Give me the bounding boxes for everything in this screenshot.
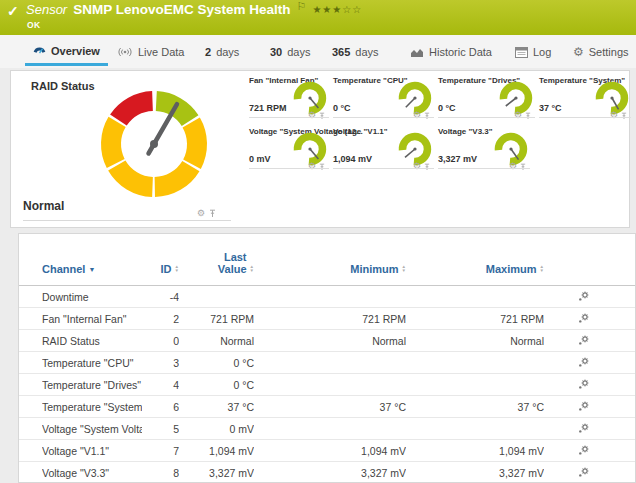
column-header-minimum[interactable]: Minimum▲▼ — [254, 263, 406, 275]
cell-last-value: 0 °C — [179, 379, 254, 391]
channels-table: Channel▼ ID▲▼ Last Value▲▼ Minimum▲▼ Max… — [18, 233, 636, 483]
mini-gauge-panel[interactable]: Temperature "Drives" 0 °C ⚙ — [438, 76, 535, 118]
channel-settings-button[interactable] — [544, 445, 604, 456]
mini-gauge-value: 0 °C — [438, 103, 456, 113]
cell-minimum: Normal — [254, 335, 406, 347]
tab-overview[interactable]: Overview — [25, 38, 108, 66]
channel-settings-button[interactable] — [544, 379, 604, 390]
mini-gauge-title: Voltage "V3.3" — [438, 127, 493, 136]
mini-gauge-panel[interactable]: Voltage "System Voltage (12... 0 mV ⚙ — [249, 127, 329, 169]
pin-icon[interactable] — [209, 204, 216, 222]
table-row: Temperature "Drives" 4 0 °C — [19, 374, 635, 396]
cell-id: 3 — [142, 357, 179, 369]
gauge-settings-icon[interactable]: ⚙ — [610, 111, 618, 120]
channel-settings-button[interactable] — [544, 423, 604, 434]
pin-icon[interactable] — [319, 106, 325, 124]
priority-stars[interactable]: ★★★☆☆ — [312, 4, 362, 15]
table-row: Temperature "System" 6 37 °C 37 °C 37 °C — [19, 396, 635, 418]
raid-gauge-title: RAID Status — [31, 80, 95, 92]
gauge-settings-icon[interactable]: ⚙ — [308, 111, 316, 120]
cell-channel: Downtime — [42, 291, 142, 303]
column-header-channel[interactable]: Channel▼ — [42, 263, 142, 275]
pin-icon[interactable] — [520, 157, 526, 175]
column-header-maximum[interactable]: Maximum▲▼ — [406, 263, 544, 275]
sort-icon: ▲▼ — [402, 265, 406, 273]
divider — [333, 168, 434, 169]
cell-minimum: 1,094 mV — [254, 445, 406, 457]
pin-icon[interactable] — [424, 106, 430, 124]
column-header-id[interactable]: ID▲▼ — [142, 263, 179, 275]
ok-check-icon: ✓ — [7, 3, 19, 19]
mini-gauge-value: 37 °C — [539, 103, 562, 113]
tab-historic-data[interactable]: Historic Data — [410, 38, 492, 66]
mini-gauge-title: Voltage "V1.1" — [333, 127, 388, 136]
divider — [249, 168, 329, 169]
mini-gauge-value: 1,094 mV — [333, 154, 372, 164]
tab-live-data[interactable]: Live Data — [117, 38, 184, 66]
tab-365-days[interactable]: 365 days — [332, 38, 379, 66]
tab-2-days[interactable]: 2 days — [205, 38, 239, 66]
mini-gauge-value: 0 °C — [333, 103, 351, 113]
gauge-settings-icon[interactable]: ⚙ — [413, 162, 421, 171]
mini-gauge-panel[interactable]: Temperature "System" 37 °C ⚙ — [539, 76, 631, 118]
cell-last-value: 3,327 mV — [179, 467, 254, 479]
cell-channel: RAID Status — [42, 335, 142, 347]
divider — [539, 117, 631, 118]
cell-channel: Temperature "CPU" — [42, 357, 142, 369]
cell-last-value: 1,094 mV — [179, 445, 254, 457]
status-badge: OK — [27, 20, 41, 30]
tab-log[interactable]: Log — [515, 38, 551, 66]
channel-settings-button[interactable] — [544, 401, 604, 412]
mini-gauge-value: 721 RPM — [249, 103, 287, 113]
tab-30-days[interactable]: 30 days — [270, 38, 311, 66]
mini-gauge-panel[interactable]: Temperature "CPU" 0 °C ⚙ — [333, 76, 434, 118]
cell-last-value: 37 °C — [179, 401, 254, 413]
mini-gauge-panel[interactable]: Voltage "V3.3" 3,327 mV ⚙ — [438, 127, 530, 169]
table-row: Voltage "V1.1" 7 1,094 mV 1,094 mV 1,094… — [19, 440, 635, 462]
gauge-settings-icon[interactable]: ⚙ — [308, 162, 316, 171]
pin-icon[interactable] — [319, 157, 325, 175]
cell-channel: Voltage "V1.1" — [42, 445, 142, 457]
pin-icon[interactable] — [525, 106, 531, 124]
tab-settings[interactable]: ⚙ Settings — [573, 38, 629, 66]
divider — [333, 117, 434, 118]
column-header-last-value[interactable]: Last Value▲▼ — [179, 251, 254, 275]
cell-channel: Fan "Internal Fan" — [42, 313, 142, 325]
gauge-settings-icon[interactable]: ⚙ — [514, 111, 522, 120]
cell-last-value: 0 °C — [179, 357, 254, 369]
pin-icon[interactable] — [621, 106, 627, 124]
channel-settings-button[interactable] — [544, 357, 604, 368]
table-row: Voltage "V3.3" 8 3,327 mV 3,327 mV 3,327… — [19, 462, 635, 483]
raid-gauge[interactable] — [94, 84, 214, 204]
mini-gauge-value: 3,327 mV — [438, 154, 477, 164]
sensor-kind-label: Sensor — [26, 2, 67, 17]
cell-maximum: 1,094 mV — [406, 445, 544, 457]
channel-settings-button[interactable] — [544, 291, 604, 302]
cell-channel: Voltage "System Voltage (... — [42, 423, 142, 435]
flag-icon[interactable]: ⚐ — [297, 0, 307, 13]
sort-icon: ▲▼ — [175, 265, 179, 273]
mini-gauge-panel[interactable]: Fan "Internal Fan" 721 RPM ⚙ — [249, 76, 329, 118]
divider — [438, 168, 530, 169]
gauge-settings-icon[interactable]: ⚙ — [413, 111, 421, 120]
cell-maximum: 721 RPM — [406, 313, 544, 325]
page-title: SNMP LenovoEMC System Health — [73, 2, 290, 17]
pin-icon[interactable] — [424, 157, 430, 175]
table-header: Channel▼ ID▲▼ Last Value▲▼ Minimum▲▼ Max… — [19, 234, 635, 286]
table-row: RAID Status 0 Normal Normal Normal — [19, 330, 635, 352]
divider — [249, 117, 329, 118]
gauge-settings-icon[interactable]: ⚙ — [197, 209, 205, 218]
cell-id: 4 — [142, 379, 179, 391]
cell-maximum: Normal — [406, 335, 544, 347]
cell-minimum: 37 °C — [254, 401, 406, 413]
cell-id: 6 — [142, 401, 179, 413]
mini-gauge-panel[interactable]: Voltage "V1.1" 1,094 mV ⚙ — [333, 127, 434, 169]
table-row: Downtime -4 — [19, 286, 635, 308]
channel-settings-button[interactable] — [544, 313, 604, 324]
cell-minimum: 721 RPM — [254, 313, 406, 325]
cell-id: 2 — [142, 313, 179, 325]
gauge-settings-icon[interactable]: ⚙ — [509, 162, 517, 171]
channel-settings-button[interactable] — [544, 467, 604, 478]
channel-settings-button[interactable] — [544, 335, 604, 346]
table-row: Fan "Internal Fan" 2 721 RPM 721 RPM 721… — [19, 308, 635, 330]
